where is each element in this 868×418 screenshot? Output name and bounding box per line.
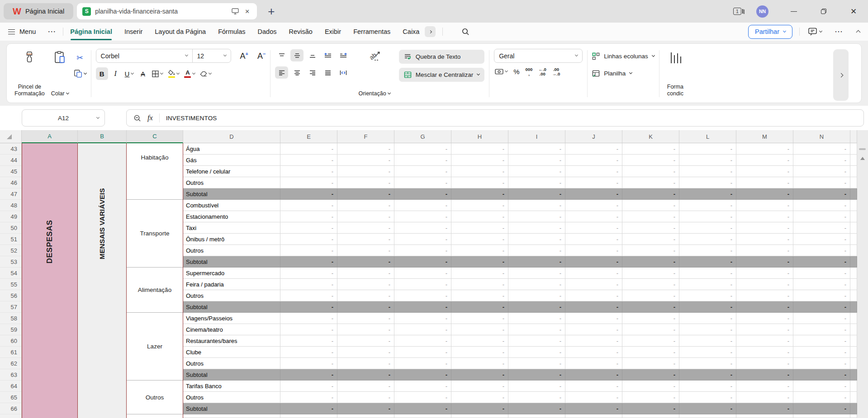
cell-value[interactable]: - <box>622 143 679 155</box>
column-header-E[interactable]: E <box>280 130 337 143</box>
cell-value[interactable]: - <box>679 211 736 222</box>
cell-partial[interactable] <box>850 324 857 335</box>
cell-item[interactable]: Subtotal <box>183 301 280 313</box>
cell-partial[interactable] <box>850 358 857 369</box>
column-header-J[interactable]: J <box>565 130 622 143</box>
font-name-select[interactable]: Corbel <box>96 49 192 62</box>
cell-mensais-variaveis[interactable]: MENSAIS VARIÁVEIS <box>78 143 127 418</box>
cell-value[interactable]: - <box>679 200 736 211</box>
cell-value[interactable]: - <box>280 177 337 188</box>
cell-value[interactable] <box>508 414 565 418</box>
menu-tab[interactable]: Revisão <box>289 28 312 35</box>
cell-value[interactable]: - <box>337 155 394 166</box>
window-count-badge[interactable]: 1 <box>733 8 741 15</box>
cell-value[interactable]: - <box>394 335 451 347</box>
row-header-50[interactable]: 50 <box>0 222 21 234</box>
scrollbar-split-handle[interactable] <box>859 148 866 150</box>
column-header-B[interactable]: B <box>78 130 127 143</box>
hamburger-menu-icon[interactable] <box>8 32 15 32</box>
decrease-decimal-icon[interactable]: ←.0.00 <box>538 67 546 76</box>
cell-value[interactable]: - <box>565 392 622 403</box>
underline-button[interactable]: U <box>123 67 136 80</box>
cell-value[interactable]: - <box>280 279 337 290</box>
cell-value[interactable]: - <box>793 324 850 335</box>
column-header-M[interactable]: M <box>736 130 793 143</box>
row-header-48[interactable]: 48 <box>0 200 21 211</box>
increase-font-icon[interactable]: A+ <box>240 52 248 60</box>
cell-value[interactable]: - <box>565 245 622 256</box>
cell-value[interactable]: - <box>622 188 679 200</box>
cell-value[interactable]: - <box>679 301 736 313</box>
name-box[interactable]: A12 <box>22 109 105 127</box>
menu-tab[interactable]: Caixa <box>403 28 419 35</box>
cell-value[interactable]: - <box>280 313 337 324</box>
cell-value[interactable]: - <box>622 234 679 245</box>
cell-value[interactable]: - <box>451 313 508 324</box>
cell-value[interactable]: - <box>508 380 565 392</box>
cell-item[interactable] <box>183 414 280 418</box>
cell-value[interactable]: - <box>565 301 622 313</box>
cell-partial[interactable] <box>850 245 857 256</box>
home-tab[interactable]: W Página Inicial <box>4 3 73 19</box>
cell-value[interactable]: - <box>451 155 508 166</box>
cell-value[interactable]: - <box>679 234 736 245</box>
cell-value[interactable]: - <box>679 245 736 256</box>
cell-value[interactable]: - <box>679 313 736 324</box>
cell-value[interactable]: - <box>622 392 679 403</box>
cell-value[interactable]: - <box>793 211 850 222</box>
cell-value[interactable]: - <box>337 222 394 234</box>
row-header-43[interactable]: 43 <box>0 143 21 155</box>
cell-value[interactable]: - <box>394 268 451 279</box>
column-header-K[interactable]: K <box>622 130 679 143</box>
align-right-icon[interactable] <box>306 66 319 79</box>
text-control-icon[interactable] <box>337 66 350 79</box>
cell-value[interactable]: - <box>280 290 337 301</box>
cell-value[interactable]: - <box>679 392 736 403</box>
cell-partial[interactable] <box>850 347 857 358</box>
cell-value[interactable]: - <box>451 335 508 347</box>
cell-value[interactable]: - <box>394 358 451 369</box>
orientation-button[interactable]: ab Orientação <box>355 49 393 100</box>
cell-value[interactable]: - <box>565 313 622 324</box>
cell-value[interactable]: - <box>622 256 679 268</box>
cell-value[interactable]: - <box>451 369 508 380</box>
cell-item[interactable]: Feira / padaria <box>183 279 280 290</box>
decrease-font-icon[interactable]: A− <box>257 52 266 60</box>
cell-value[interactable]: - <box>679 380 736 392</box>
cell-value[interactable]: - <box>736 256 793 268</box>
cell-partial[interactable] <box>850 279 857 290</box>
cell-value[interactable]: - <box>394 347 451 358</box>
cell-item[interactable]: Clube <box>183 347 280 358</box>
more-menu-icon[interactable]: ⋯ <box>47 27 56 37</box>
row-header-47[interactable]: 47 <box>0 188 21 200</box>
cell-value[interactable]: - <box>508 403 565 414</box>
row-header-65[interactable]: 65 <box>0 392 21 403</box>
cell-value[interactable]: - <box>451 403 508 414</box>
increase-decimal-icon[interactable]: .00→.0 <box>552 67 560 76</box>
cell-value[interactable]: - <box>394 301 451 313</box>
cell-value[interactable] <box>451 414 508 418</box>
cell-value[interactable]: - <box>736 335 793 347</box>
percent-style-icon[interactable]: % <box>513 68 519 75</box>
row-header-56[interactable]: 56 <box>0 290 21 301</box>
cell-value[interactable]: - <box>736 143 793 155</box>
cell-value[interactable]: - <box>451 177 508 188</box>
cell-value[interactable]: - <box>280 166 337 177</box>
cell-value[interactable]: - <box>736 392 793 403</box>
row-header-58[interactable]: 58 <box>0 313 21 324</box>
cell-value[interactable]: - <box>337 234 394 245</box>
cell-value[interactable]: - <box>337 313 394 324</box>
cell-value[interactable]: - <box>394 222 451 234</box>
align-middle-icon[interactable] <box>290 49 304 61</box>
clear-format-button[interactable] <box>198 67 213 80</box>
cell-value[interactable]: - <box>679 268 736 279</box>
cell-value[interactable]: - <box>736 166 793 177</box>
cell-item[interactable]: Restaurantes/bares <box>183 335 280 347</box>
column-header-partial[interactable] <box>850 130 857 143</box>
cell-value[interactable]: - <box>622 211 679 222</box>
cell-value[interactable]: - <box>679 324 736 335</box>
cell-value[interactable]: - <box>793 177 850 188</box>
cell-value[interactable]: - <box>793 166 850 177</box>
cell-value[interactable]: - <box>508 268 565 279</box>
cell-value[interactable]: - <box>451 222 508 234</box>
